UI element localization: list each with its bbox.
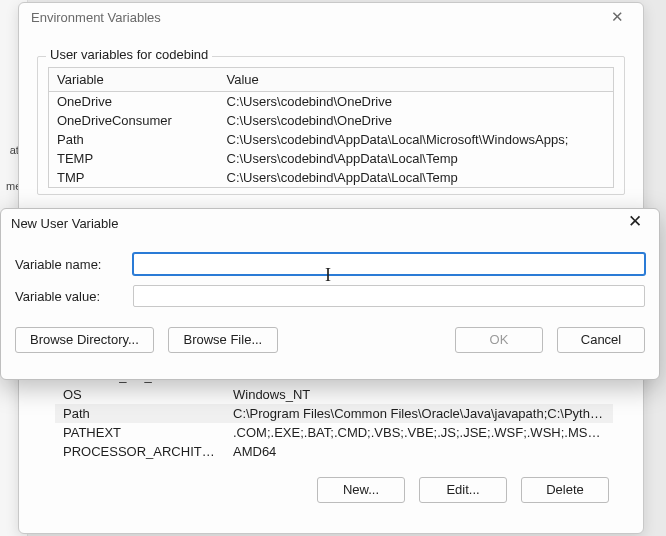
table-row[interactable]: PROCESSOR_ARCHITECTURE AMD64 xyxy=(55,442,613,461)
cell-val: Windows_NT xyxy=(225,385,613,404)
variable-value-label: Variable value: xyxy=(15,289,133,304)
env-close-button[interactable]: ✕ xyxy=(597,3,637,31)
table-row[interactable]: TEMP C:\Users\codebind\AppData\Local\Tem… xyxy=(49,149,614,168)
system-edit-button[interactable]: Edit... xyxy=(419,477,507,503)
cell-val: C:\Users\codebind\OneDrive xyxy=(219,92,614,112)
env-title: Environment Variables xyxy=(31,10,161,25)
newvar-titlebar: New User Variable ✕ xyxy=(1,209,659,239)
cell-val: C:\Users\codebind\OneDrive xyxy=(219,111,614,130)
col-value[interactable]: Value xyxy=(219,68,614,92)
system-delete-button[interactable]: Delete xyxy=(521,477,609,503)
env-titlebar: Environment Variables ✕ xyxy=(19,3,643,34)
table-row[interactable]: OneDriveConsumer C:\Users\codebind\OneDr… xyxy=(49,111,614,130)
cell-val: C:\Users\codebind\AppData\Local\Temp xyxy=(219,149,614,168)
table-row[interactable]: OS Windows_NT xyxy=(55,385,613,404)
cell-val: AMD64 xyxy=(225,442,613,461)
browse-file-button[interactable]: Browse File... xyxy=(168,327,278,353)
cell-var: OneDrive xyxy=(49,92,219,112)
table-row[interactable]: TMP C:\Users\codebind\AppData\Local\Temp xyxy=(49,168,614,188)
variable-name-label: Variable name: xyxy=(15,257,133,272)
table-row[interactable]: Path C:\Users\codebind\AppData\Local\Mic… xyxy=(49,130,614,149)
table-row[interactable]: PATHEXT .COM;.EXE;.BAT;.CMD;.VBS;.VBE;.J… xyxy=(55,423,613,442)
close-icon: ✕ xyxy=(611,8,624,25)
cell-var: OS xyxy=(55,385,225,404)
ok-button[interactable]: OK xyxy=(455,327,543,353)
cell-var: PATHEXT xyxy=(55,423,225,442)
browse-directory-button[interactable]: Browse Directory... xyxy=(15,327,154,353)
variable-value-input[interactable] xyxy=(133,285,645,307)
cell-var: Path xyxy=(55,404,225,423)
new-user-variable-dialog: New User Variable ✕ Variable name: Varia… xyxy=(0,208,660,380)
newvar-close-button[interactable]: ✕ xyxy=(615,209,655,237)
user-variables-group: User variables for codebind Variable Val… xyxy=(37,56,625,195)
newvar-title: New User Variable xyxy=(11,216,118,231)
col-variable[interactable]: Variable xyxy=(49,68,219,92)
cell-val: .COM;.EXE;.BAT;.CMD;.VBS;.VBE;.JS;.JSE;.… xyxy=(225,423,613,442)
cell-var: PROCESSOR_ARCHITECTURE xyxy=(55,442,225,461)
cell-var: TEMP xyxy=(49,149,219,168)
cell-var: OneDriveConsumer xyxy=(49,111,219,130)
cell-val: C:\Program Files\Common Files\Oracle\Jav… xyxy=(225,404,613,423)
user-variables-table[interactable]: Variable Value OneDrive C:\Users\codebin… xyxy=(48,67,614,188)
cell-val: C:\Users\codebind\AppData\Local\Microsof… xyxy=(219,130,614,149)
cell-val: C:\Users\codebind\AppData\Local\Temp xyxy=(219,168,614,188)
cancel-button[interactable]: Cancel xyxy=(557,327,645,353)
close-icon: ✕ xyxy=(628,212,642,231)
variable-name-input[interactable] xyxy=(133,253,645,275)
user-variables-legend: User variables for codebind xyxy=(46,47,212,62)
cell-var: TMP xyxy=(49,168,219,188)
system-new-button[interactable]: New... xyxy=(317,477,405,503)
table-row[interactable]: Path C:\Program Files\Common Files\Oracl… xyxy=(55,404,613,423)
table-row[interactable]: OneDrive C:\Users\codebind\OneDrive xyxy=(49,92,614,112)
cell-var: Path xyxy=(49,130,219,149)
